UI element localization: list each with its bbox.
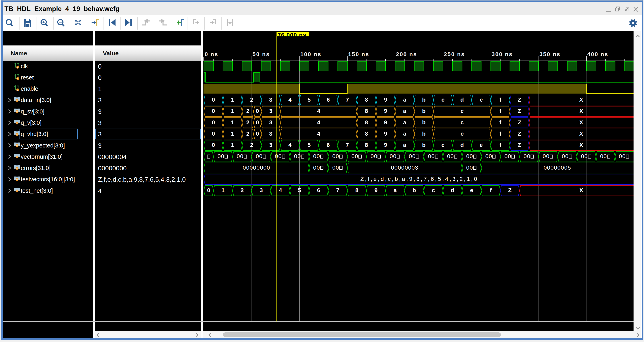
- svg-text:v: v: [17, 89, 18, 91]
- svg-text:0: 0: [256, 130, 259, 137]
- svg-text:400 ns: 400 ns: [587, 51, 608, 57]
- svg-text:f: f: [499, 130, 501, 137]
- svg-text:1: 1: [222, 187, 224, 193]
- svg-text:2: 2: [250, 96, 253, 103]
- svg-text:q_v[3:0]: q_v[3:0]: [21, 120, 42, 126]
- svg-text:00: 00: [390, 153, 396, 159]
- svg-text:3: 3: [98, 142, 102, 149]
- svg-text:7: 7: [346, 96, 349, 103]
- svg-text:v: v: [16, 178, 18, 181]
- svg-text:0 ns: 0 ns: [205, 51, 218, 57]
- svg-text:00: 00: [466, 153, 473, 159]
- svg-text:reset: reset: [21, 74, 34, 81]
- svg-text:errors[31:0]: errors[31:0]: [21, 165, 50, 171]
- svg-text:d: d: [451, 187, 454, 193]
- svg-text:X: X: [580, 108, 583, 114]
- svg-text:X: X: [580, 142, 583, 148]
- svg-text:testvectors[16:0][3:0]: testvectors[16:0][3:0]: [21, 176, 75, 182]
- svg-text:2: 2: [246, 119, 250, 126]
- svg-text:q_sv[3:0]: q_sv[3:0]: [21, 108, 44, 115]
- svg-text:8: 8: [356, 187, 359, 193]
- svg-text:1: 1: [231, 142, 234, 148]
- svg-text:v: v: [17, 66, 18, 68]
- svg-text:50 ns: 50 ns: [252, 51, 270, 57]
- svg-text:5: 5: [308, 96, 311, 103]
- svg-text:Name: Name: [11, 50, 27, 56]
- svg-text:3: 3: [269, 96, 272, 103]
- svg-text:00000000: 00000000: [243, 164, 270, 171]
- svg-text:v: v: [16, 133, 18, 136]
- svg-text:7: 7: [336, 187, 340, 193]
- svg-text:4: 4: [279, 187, 282, 193]
- svg-text:2: 2: [246, 130, 250, 137]
- svg-text:a: a: [403, 142, 406, 148]
- svg-text:c: c: [460, 130, 464, 137]
- svg-text:3: 3: [269, 142, 272, 148]
- svg-text:00: 00: [294, 153, 301, 159]
- svg-text:4: 4: [317, 108, 320, 114]
- svg-text:e: e: [470, 187, 473, 193]
- svg-text:0: 0: [212, 96, 215, 103]
- svg-text:f: f: [499, 119, 501, 126]
- svg-text:X: X: [580, 96, 583, 103]
- svg-text:8: 8: [365, 119, 368, 126]
- svg-text:y_yexpected[3:0]: y_yexpected[3:0]: [21, 142, 65, 149]
- svg-text:Value: Value: [103, 50, 118, 56]
- svg-text:3: 3: [269, 108, 272, 114]
- svg-text:00: 00: [218, 153, 224, 159]
- svg-text:3: 3: [269, 130, 272, 137]
- svg-text:8: 8: [365, 130, 368, 137]
- svg-text:c: c: [441, 96, 444, 103]
- svg-text:9: 9: [384, 96, 387, 103]
- svg-text:00: 00: [486, 153, 492, 159]
- svg-text:v: v: [16, 156, 18, 158]
- svg-text:a: a: [403, 119, 406, 126]
- svg-text:00: 00: [275, 153, 282, 159]
- svg-text:Z: Z: [518, 108, 521, 114]
- svg-text:00000000: 00000000: [98, 164, 126, 172]
- svg-text:00: 00: [562, 153, 569, 159]
- svg-text:d: d: [460, 96, 464, 103]
- svg-text:3: 3: [98, 96, 102, 104]
- svg-text:00000004: 00000004: [98, 153, 126, 160]
- svg-text:6: 6: [327, 142, 330, 148]
- svg-text:a: a: [403, 108, 406, 114]
- svg-text:2: 2: [240, 187, 244, 193]
- svg-text:5: 5: [298, 187, 301, 193]
- svg-text:1: 1: [231, 108, 234, 114]
- svg-text:4: 4: [98, 187, 102, 194]
- svg-text:Z: Z: [518, 130, 521, 137]
- svg-text:6: 6: [317, 187, 320, 193]
- svg-text:a: a: [403, 130, 406, 137]
- svg-text:00: 00: [581, 153, 588, 159]
- svg-text:b: b: [422, 119, 426, 126]
- svg-text:b: b: [422, 130, 426, 137]
- svg-text:v: v: [16, 99, 18, 102]
- svg-text:00000005: 00000005: [544, 164, 571, 171]
- svg-text:X: X: [580, 119, 583, 126]
- svg-text:v: v: [16, 190, 18, 192]
- svg-text:v: v: [16, 144, 18, 147]
- svg-text:00: 00: [313, 153, 320, 159]
- svg-text:150 ns: 150 ns: [348, 51, 369, 57]
- svg-text:00: 00: [619, 153, 626, 159]
- svg-text:e: e: [480, 96, 483, 103]
- svg-text:4: 4: [288, 96, 292, 103]
- svg-text:0: 0: [212, 119, 215, 126]
- svg-text:9: 9: [384, 130, 387, 137]
- svg-text:200 ns: 200 ns: [396, 51, 417, 57]
- svg-text:enable: enable: [21, 86, 38, 92]
- svg-text:00: 00: [600, 153, 607, 159]
- svg-text:0: 0: [212, 130, 215, 137]
- svg-text:00: 00: [332, 153, 339, 159]
- svg-text:3: 3: [269, 119, 272, 126]
- svg-text:00: 00: [370, 153, 377, 159]
- svg-text:7: 7: [346, 142, 349, 148]
- svg-text:Z,f,e,d,c,b,a,9,8,7,6,5,4,3,2,: Z,f,e,d,c,b,a,9,8,7,6,5,4,3,2,1,0: [98, 176, 186, 183]
- svg-text:9: 9: [374, 187, 378, 193]
- svg-text:v: v: [16, 167, 18, 170]
- svg-text:00: 00: [504, 153, 512, 159]
- svg-text:3: 3: [98, 108, 102, 115]
- svg-text:q_vhd[3:0]: q_vhd[3:0]: [21, 131, 48, 137]
- svg-text:X: X: [580, 130, 583, 137]
